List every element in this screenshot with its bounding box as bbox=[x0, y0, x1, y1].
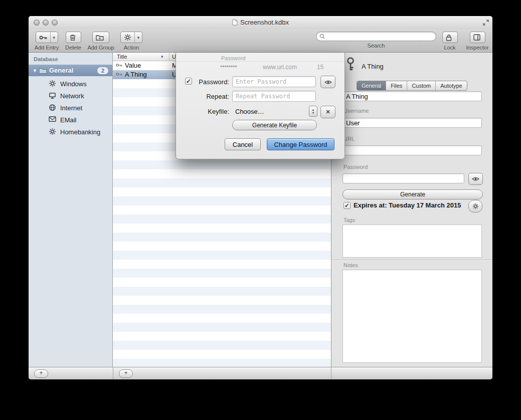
url-field[interactable] bbox=[342, 145, 482, 155]
sidebar-item-label: Windows bbox=[60, 80, 87, 88]
tab-autotype[interactable]: Autotype bbox=[436, 81, 466, 90]
expires-text: Expires at: Tuesday 17 March 2015 bbox=[354, 201, 461, 209]
add-entry-plus-button[interactable]: + bbox=[119, 369, 133, 378]
entry-title: Value bbox=[125, 62, 141, 69]
sheet-password-input[interactable] bbox=[232, 76, 316, 87]
toolbar: ▾ Add Entry Delete Add Group bbox=[29, 29, 492, 53]
add-entry-button[interactable]: ▾ bbox=[36, 32, 58, 43]
generate-keyfile-button[interactable]: Generate Keyfile bbox=[232, 120, 317, 130]
show-password-button[interactable] bbox=[320, 76, 335, 88]
key-icon bbox=[116, 72, 122, 76]
sort-indicator-icon: ▾ bbox=[161, 54, 163, 59]
obscured-header-line bbox=[176, 61, 344, 62]
password-field[interactable] bbox=[342, 173, 464, 183]
obscured-password-header: Password bbox=[221, 55, 245, 61]
change-password-sheet: Password •••••••• www.url.com 15 ✓ Passw… bbox=[176, 53, 345, 159]
add-entry-label: Add Entry bbox=[35, 45, 59, 51]
lock-icon bbox=[443, 32, 455, 43]
sidebar-group-label: General bbox=[49, 67, 97, 74]
obscured-modified: 15 bbox=[317, 64, 323, 71]
lock-label: Lock bbox=[444, 45, 455, 51]
url-label: URL bbox=[343, 136, 355, 142]
chevron-down-icon[interactable]: ▾ bbox=[50, 32, 58, 43]
keyfile-popup-button[interactable]: Choose… ▲ ▼ bbox=[232, 106, 317, 117]
expires-row: ✓ Expires at: Tuesday 17 March 2015 bbox=[343, 201, 461, 209]
add-group-button[interactable] bbox=[92, 32, 109, 43]
lock-button[interactable] bbox=[442, 32, 458, 43]
delete-label: Delete bbox=[65, 45, 81, 51]
sheet-repeat-input[interactable] bbox=[232, 91, 316, 102]
action-label: Action bbox=[124, 45, 139, 51]
sidebar-item-email[interactable]: EMail bbox=[29, 114, 112, 126]
gear-icon bbox=[472, 203, 479, 209]
inspector-tabs: General Files Custom Autotype bbox=[357, 81, 467, 91]
sidebar-item-label: Network bbox=[60, 92, 84, 100]
gear-icon bbox=[49, 128, 57, 136]
envelope-icon bbox=[49, 116, 57, 124]
search-field[interactable] bbox=[316, 32, 436, 41]
tab-general[interactable]: General bbox=[357, 81, 386, 90]
entry-title: A Thing bbox=[125, 71, 147, 78]
app-window: Screenshot.kdbx ▾ Add Entry Delete bbox=[29, 16, 492, 379]
eye-icon bbox=[324, 80, 332, 85]
disclosure-triangle-icon[interactable]: ▼ bbox=[33, 68, 39, 73]
generate-password-button[interactable]: Generate bbox=[342, 189, 483, 199]
tab-files[interactable]: Files bbox=[386, 81, 407, 90]
sidebar-group-general[interactable]: ▼ General 2 bbox=[29, 65, 112, 76]
title-field[interactable] bbox=[342, 91, 482, 101]
sidebar-section-header: Database bbox=[34, 56, 58, 62]
sidebar-item-label: EMail bbox=[60, 116, 77, 124]
show-password-button[interactable] bbox=[468, 173, 483, 185]
search-icon bbox=[319, 34, 325, 39]
fullscreen-icon[interactable] bbox=[483, 20, 489, 26]
cancel-button[interactable]: Cancel bbox=[225, 138, 261, 150]
group-count-badge: 2 bbox=[97, 67, 108, 74]
expires-options-button[interactable] bbox=[468, 200, 482, 213]
add-group-plus-button[interactable]: + bbox=[34, 369, 48, 378]
change-password-button[interactable]: Change Password bbox=[267, 138, 334, 150]
tags-input[interactable] bbox=[342, 225, 482, 258]
sidebar-item-network[interactable]: Network bbox=[29, 90, 112, 102]
folder-icon bbox=[39, 67, 47, 74]
sidebar-item-homebanking[interactable]: Homebanking bbox=[29, 126, 112, 138]
username-field[interactable] bbox=[342, 118, 482, 128]
keyfile-selected-value: Choose… bbox=[235, 108, 309, 115]
inspector-panel: A Thing General Files Custom Autotype Us… bbox=[331, 53, 492, 367]
window-title: Screenshot.kdbx bbox=[29, 16, 492, 29]
inspector-button[interactable] bbox=[470, 32, 485, 43]
column-divider[interactable] bbox=[169, 53, 169, 61]
tab-custom[interactable]: Custom bbox=[407, 81, 436, 90]
action-button[interactable]: ▾ bbox=[120, 32, 142, 43]
search-input[interactable] bbox=[327, 33, 433, 41]
pane-divider bbox=[331, 367, 331, 379]
check-icon: ✓ bbox=[344, 202, 350, 208]
delete-button[interactable] bbox=[66, 32, 81, 43]
obscured-password-dots: •••••••• bbox=[220, 63, 237, 70]
notes-input[interactable] bbox=[342, 270, 482, 363]
sheet-keyfile-label: Keyfile: bbox=[184, 108, 229, 115]
key-icon bbox=[343, 57, 358, 72]
add-group-label: Add Group bbox=[87, 45, 114, 51]
expires-checkbox[interactable]: ✓ bbox=[343, 202, 351, 209]
column-header-title[interactable]: Title bbox=[117, 54, 127, 60]
sidebar: Database ▼ General 2 Windows Network Int… bbox=[29, 53, 113, 367]
inspector-label: Inspector bbox=[466, 45, 488, 51]
trash-icon bbox=[66, 32, 79, 43]
tags-label: Tags bbox=[343, 217, 355, 223]
key-icon bbox=[116, 63, 122, 67]
sidebar-item-windows[interactable]: Windows bbox=[29, 78, 112, 90]
pane-divider bbox=[113, 367, 113, 379]
password-label: Password bbox=[343, 164, 368, 170]
sheet-password-label: Password: bbox=[184, 78, 229, 86]
sidebar-item-internet[interactable]: Internet bbox=[29, 102, 112, 114]
notes-label: Notes bbox=[343, 262, 358, 268]
folder-plus-icon bbox=[93, 32, 107, 43]
stepper-icon[interactable]: ▲ ▼ bbox=[309, 106, 317, 117]
document-icon bbox=[232, 19, 238, 26]
clear-keyfile-button[interactable]: ✕ bbox=[320, 106, 335, 118]
gear-icon bbox=[121, 32, 134, 43]
chevron-down-icon[interactable]: ▾ bbox=[134, 32, 142, 43]
sidebar-item-label: Homebanking bbox=[60, 128, 100, 136]
key-icon bbox=[36, 32, 50, 43]
search-label: Search bbox=[368, 43, 385, 49]
